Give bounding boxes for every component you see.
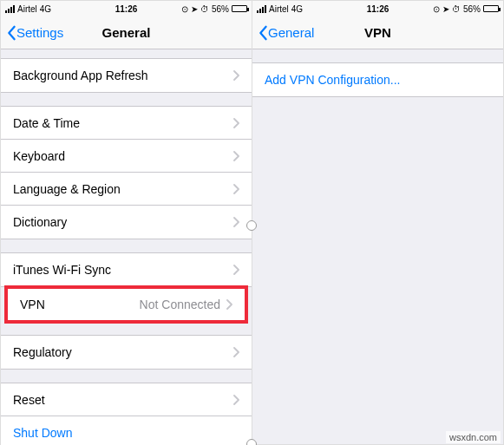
screen-general: Airtel 4G 11:26 ⊙ ➤ ⏱ 56% Settings Gener… bbox=[0, 0, 252, 445]
signal-icon bbox=[257, 5, 266, 13]
row-label: Date & Time bbox=[13, 116, 232, 130]
row-label: Regulatory bbox=[13, 345, 232, 359]
chevron-right-icon bbox=[232, 118, 239, 128]
row-label: Add VPN Configuration... bbox=[265, 73, 491, 87]
clock-icon: ⏱ bbox=[200, 4, 209, 14]
row-label: Dictionary bbox=[13, 215, 232, 229]
alarm-icon: ⊙ bbox=[181, 4, 188, 14]
vpn-status: Not Connected bbox=[140, 298, 220, 311]
back-label: Settings bbox=[16, 25, 63, 40]
battery-icon bbox=[483, 5, 499, 12]
signal-icon bbox=[5, 5, 15, 13]
watermark: wsxdn.com bbox=[446, 431, 501, 443]
status-bar: Airtel 4G 11:26 ⊙ ➤ ⏱ 56% bbox=[252, 1, 503, 16]
screen-vpn: Airtel 4G 11:26 ⊙ ➤ ⏱ 56% General VPN Ad… bbox=[252, 0, 504, 445]
row-reset[interactable]: Reset bbox=[1, 383, 252, 416]
alarm-icon: ⊙ bbox=[433, 4, 440, 14]
highlight-vpn: VPN Not Connected bbox=[4, 285, 248, 324]
row-language-region[interactable]: Language & Region bbox=[1, 173, 252, 206]
chevron-right-icon bbox=[232, 265, 239, 275]
row-vpn[interactable]: VPN Not Connected bbox=[8, 289, 245, 320]
nav-bar: General VPN bbox=[252, 16, 503, 49]
chevron-right-icon bbox=[232, 184, 239, 194]
carrier-label: Airtel bbox=[269, 4, 289, 14]
battery-pct: 56% bbox=[463, 4, 481, 14]
battery-icon bbox=[232, 5, 247, 12]
row-label: Language & Region bbox=[13, 182, 232, 196]
row-label: Keyboard bbox=[13, 149, 232, 163]
row-label: Background App Refresh bbox=[13, 69, 232, 82]
row-label: Shut Down bbox=[13, 426, 239, 440]
status-time: 11:26 bbox=[115, 4, 138, 14]
row-background-app-refresh[interactable]: Background App Refresh bbox=[1, 59, 252, 92]
clock-icon: ⏱ bbox=[452, 4, 461, 14]
row-date-time[interactable]: Date & Time bbox=[1, 107, 252, 140]
row-label: VPN bbox=[20, 298, 140, 311]
row-itunes-wifi-sync[interactable]: iTunes Wi-Fi Sync bbox=[1, 253, 252, 286]
row-keyboard[interactable]: Keyboard bbox=[1, 140, 252, 173]
chevron-right-icon bbox=[232, 70, 239, 81]
network-label: 4G bbox=[40, 4, 51, 14]
row-dictionary[interactable]: Dictionary bbox=[1, 206, 252, 239]
chevron-right-icon bbox=[232, 347, 239, 357]
chevron-left-icon bbox=[6, 25, 16, 41]
nav-title: General bbox=[102, 25, 151, 40]
row-shut-down[interactable]: Shut Down bbox=[1, 416, 252, 445]
status-bar: Airtel 4G 11:26 ⊙ ➤ ⏱ 56% bbox=[1, 1, 252, 16]
row-label: iTunes Wi-Fi Sync bbox=[13, 263, 232, 277]
chevron-left-icon bbox=[258, 25, 268, 41]
chevron-right-icon bbox=[232, 217, 239, 227]
row-regulatory[interactable]: Regulatory bbox=[1, 336, 252, 369]
network-label: 4G bbox=[291, 4, 303, 14]
nav-title: VPN bbox=[364, 25, 391, 40]
chevron-right-icon bbox=[232, 395, 239, 405]
back-label: General bbox=[268, 25, 314, 40]
back-button[interactable]: General bbox=[258, 25, 314, 41]
chevron-right-icon bbox=[232, 151, 239, 161]
location-icon: ➤ bbox=[191, 4, 198, 14]
row-add-vpn-configuration[interactable]: Add VPN Configuration... bbox=[252, 63, 503, 96]
battery-pct: 56% bbox=[212, 4, 229, 14]
row-label: Reset bbox=[13, 393, 232, 407]
back-button[interactable]: Settings bbox=[6, 25, 63, 41]
nav-bar: Settings General bbox=[1, 16, 252, 49]
status-time: 11:26 bbox=[367, 4, 389, 14]
carrier-label: Airtel bbox=[17, 4, 37, 14]
chevron-right-icon bbox=[226, 299, 232, 310]
location-icon: ➤ bbox=[442, 4, 449, 14]
resize-knob bbox=[246, 220, 257, 231]
resize-knob bbox=[246, 439, 257, 445]
